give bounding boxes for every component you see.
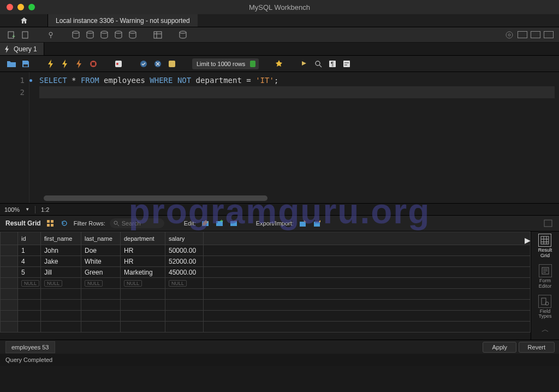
svg-point-8 — [129, 31, 136, 33]
edit-row-icon[interactable] — [200, 218, 210, 228]
result-sheet-bar: employees 53 Apply Revert — [0, 340, 559, 354]
collapse-panel-arrow-icon[interactable]: ▶ — [525, 236, 531, 245]
limit-rows-select[interactable]: Limit to 1000 rows — [192, 58, 259, 69]
status-text: Query Completed — [5, 357, 52, 363]
save-file-icon[interactable] — [21, 59, 31, 69]
svg-point-12 — [508, 34, 510, 36]
svg-point-21 — [316, 61, 320, 66]
svg-text:¶: ¶ — [331, 61, 334, 67]
table-row[interactable]: 5JillGreenMarketing45000.00 — [1, 267, 531, 278]
settings-gear-icon[interactable] — [504, 30, 514, 40]
column-header[interactable]: id — [18, 232, 41, 245]
query-tabstrip: Query 1 — [0, 43, 559, 56]
table-icon[interactable] — [153, 30, 163, 40]
main-toolbar: + — [0, 27, 559, 43]
db-icon-3[interactable] — [99, 30, 109, 40]
db-refresh-icon[interactable] — [178, 30, 188, 40]
svg-rect-15 — [92, 62, 95, 66]
lightning-icon — [4, 45, 10, 53]
chevron-up-icon[interactable]: ︿ — [542, 325, 549, 335]
inspector-icon[interactable] — [46, 30, 56, 40]
svg-point-29 — [114, 221, 117, 224]
result-area: id first_name last_name department salar… — [0, 231, 559, 340]
table-row[interactable]: 1JohnDoeHR50000.00 — [1, 245, 531, 256]
export-icon[interactable] — [298, 218, 308, 228]
svg-point-5 — [87, 31, 93, 33]
rollback-icon[interactable] — [153, 59, 163, 69]
grid-view-icon[interactable] — [45, 218, 55, 228]
toggle-whitespace-icon[interactable] — [167, 59, 177, 69]
explain-icon[interactable] — [74, 59, 84, 69]
svg-rect-35 — [300, 222, 306, 227]
apply-button[interactable]: Apply — [483, 342, 516, 353]
add-row-icon[interactable]: + — [215, 218, 224, 228]
wrap-cell-icon[interactable] — [544, 219, 552, 227]
svg-rect-2 — [22, 32, 28, 38]
toggle-bottom-panel-button[interactable] — [531, 31, 540, 38]
table-row[interactable]: 4JakeWhiteHR52000.00 — [1, 256, 531, 267]
toggle-left-panel-button[interactable] — [518, 31, 527, 38]
field-types-mode-button[interactable]: Field Types — [538, 295, 551, 320]
delete-row-icon[interactable]: − — [229, 218, 239, 228]
svg-rect-25 — [47, 220, 50, 223]
find-icon[interactable] — [299, 59, 309, 69]
db-icon-2[interactable] — [85, 30, 95, 40]
titlebar: MySQL Workbench — [0, 0, 559, 14]
result-grid[interactable]: id first_name last_name department salar… — [0, 231, 531, 340]
svg-rect-36 — [314, 222, 320, 227]
svg-point-10 — [180, 31, 186, 33]
home-icon — [20, 16, 28, 25]
execute-current-icon[interactable] — [60, 59, 70, 69]
maximize-window-button[interactable] — [28, 4, 35, 10]
column-header[interactable]: last_name — [81, 232, 121, 245]
close-window-button[interactable] — [7, 4, 13, 10]
table-row-null[interactable]: NULL NULL NULL NULL NULL — [1, 278, 531, 289]
edit-label: Edit: — [184, 220, 196, 227]
query-toolbar: Limit to 1000 rows ¶ — [0, 56, 559, 72]
revert-button[interactable]: Revert — [519, 342, 555, 353]
form-editor-mode-button[interactable]: Form Editor — [539, 264, 552, 289]
svg-rect-37 — [544, 220, 552, 227]
result-grid-mode-button[interactable]: Result Grid — [538, 234, 552, 259]
db-icon-4[interactable] — [114, 30, 123, 40]
stop-icon[interactable] — [88, 59, 98, 69]
svg-rect-26 — [51, 220, 53, 223]
column-header[interactable]: salary — [165, 232, 204, 245]
db-icon-1[interactable] — [71, 30, 81, 40]
import-icon[interactable] — [312, 218, 322, 228]
refresh-icon[interactable] — [60, 218, 69, 228]
query-tab[interactable]: Query 1 — [0, 43, 44, 55]
wrap-icon[interactable] — [342, 59, 352, 69]
toggle-invisible-icon[interactable]: ¶ — [328, 59, 337, 69]
db-icon-5[interactable] — [128, 30, 138, 40]
open-file-icon[interactable] — [7, 59, 16, 69]
new-sql-tab-icon[interactable]: + — [7, 30, 16, 40]
svg-rect-27 — [47, 224, 50, 227]
toggle-right-panel-button[interactable] — [544, 31, 554, 38]
export-import-label: Export/Import: — [256, 220, 294, 227]
svg-rect-13 — [23, 64, 28, 67]
toggle-autocommit-icon[interactable] — [114, 59, 123, 69]
svg-point-11 — [506, 32, 513, 38]
sql-editor[interactable]: 1 2 SELECT * FROM employees WHERE NOT de… — [0, 72, 559, 203]
result-side-panel: ▶ Result Grid Form Editor Field Types ︿ … — [531, 231, 559, 340]
search-icon[interactable] — [313, 59, 323, 69]
cursor-position: 1:2 — [41, 206, 49, 213]
beautify-icon[interactable] — [274, 59, 284, 69]
editor-horizontal-scrollbar[interactable] — [44, 195, 267, 201]
results-toolbar: Result Grid Filter Rows: Edit: + − Expor… — [0, 215, 559, 231]
execute-icon[interactable] — [46, 59, 56, 69]
commit-icon[interactable] — [139, 59, 148, 69]
svg-rect-9 — [154, 32, 162, 38]
svg-text:+: + — [12, 33, 15, 39]
result-sheet-tab[interactable]: employees 53 — [5, 341, 55, 353]
column-header[interactable]: first_name — [41, 232, 81, 245]
home-tab[interactable] — [0, 14, 48, 27]
connection-tab[interactable]: Local instance 3306 - Warning - not supp… — [48, 14, 198, 27]
column-header[interactable]: department — [121, 232, 165, 245]
open-sql-file-icon[interactable] — [21, 30, 31, 40]
filter-rows-label: Filter Rows: — [74, 220, 105, 227]
minimize-window-button[interactable] — [17, 4, 24, 10]
editor-gutter: 1 2 — [0, 72, 29, 203]
zoom-level[interactable]: 100% — [4, 206, 20, 213]
